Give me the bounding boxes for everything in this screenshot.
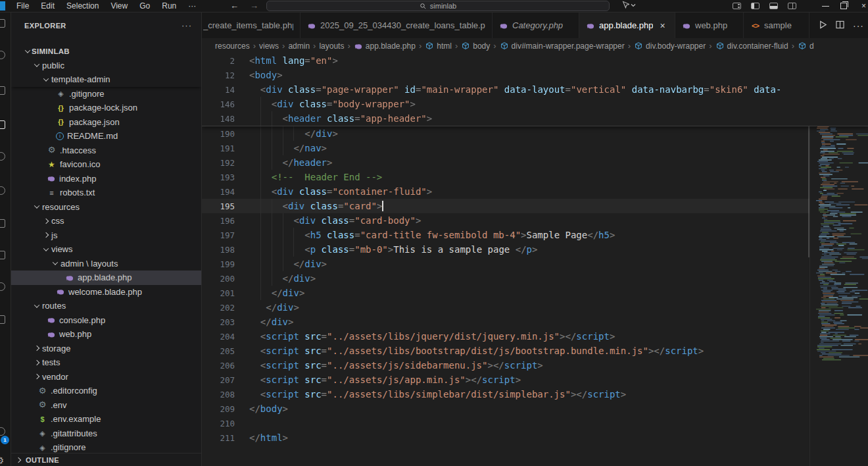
tree-item-web.php[interactable]: web.php xyxy=(11,327,201,342)
activity-bar-icon-9[interactable] xyxy=(0,282,5,291)
line-number[interactable]: 209 xyxy=(202,402,235,417)
code-line-211[interactable]: 211</html> xyxy=(202,430,868,445)
line-number[interactable]: 198 xyxy=(202,243,235,257)
line-number[interactable]: 146 xyxy=(202,97,235,112)
line-number[interactable]: 205 xyxy=(202,344,235,359)
accounts-icon[interactable] xyxy=(0,427,5,436)
outline-section[interactable]: OUTLINE xyxy=(11,453,201,466)
line-number[interactable]: 206 xyxy=(202,359,235,373)
menu-item-view[interactable]: View xyxy=(105,0,133,12)
tab-web.php[interactable]: web.php xyxy=(675,13,744,38)
code-line-206[interactable]: 206 <script src="../assets/js/sidebarmen… xyxy=(202,358,868,373)
toggle-panel-icon[interactable] xyxy=(769,3,778,9)
line-number[interactable]: 195 xyxy=(202,199,235,214)
breadcrumb-item-app-blade-php[interactable]: app.blade.php xyxy=(354,41,416,51)
tree-item-favicon.ico[interactable]: ★favicon.ico xyxy=(11,157,201,172)
line-number[interactable]: 192 xyxy=(202,156,235,170)
menu-item-edit[interactable]: Edit xyxy=(35,0,60,12)
line-number[interactable]: 148 xyxy=(202,112,235,126)
menu-item-selection[interactable]: Selection xyxy=(60,0,105,12)
window-minimize-icon[interactable] xyxy=(822,6,829,7)
activity-bar-icon-1[interactable] xyxy=(0,19,5,28)
breadcrumb-item-views[interactable]: views xyxy=(259,41,279,51)
line-number[interactable]: 201 xyxy=(202,286,235,301)
code-line-198[interactable]: 198 <p class="mb-0">This is a sample pag… xyxy=(202,242,868,257)
tree-item-readme.md[interactable]: iREADME.md xyxy=(11,129,201,143)
files-icon[interactable] xyxy=(0,120,5,129)
sticky-line-146[interactable]: 146 <div class="body-wrapper"> xyxy=(202,97,868,111)
activity-bar-icon-8[interactable] xyxy=(0,251,5,259)
line-number[interactable]: 211 xyxy=(202,431,235,446)
line-number[interactable]: 200 xyxy=(202,272,235,286)
code-line-203[interactable]: 203 </div> xyxy=(202,315,868,329)
tab-app.blade.php[interactable]: app.blade.php× xyxy=(579,13,675,38)
scrollbar-thumb[interactable] xyxy=(808,126,809,257)
command-center-search[interactable]: siminlab xyxy=(266,1,610,11)
line-number[interactable]: 208 xyxy=(202,388,235,402)
close-icon[interactable]: × xyxy=(660,21,665,30)
tab-sample[interactable]: <>sample xyxy=(744,13,809,38)
code-line-199[interactable]: 199 </div> xyxy=(202,257,868,271)
breadcrumb-item-layouts[interactable]: layouts xyxy=(319,41,344,51)
customize-layout-icon[interactable] xyxy=(733,3,741,9)
tree-item-storage[interactable]: storage xyxy=(11,342,201,356)
line-number[interactable]: 194 xyxy=(202,185,235,199)
line-number[interactable]: 191 xyxy=(202,142,235,156)
code-lines[interactable]: 190 </div>191 </nav>192 </header>193 <!-… xyxy=(202,126,868,445)
tree-item-app.blade.php[interactable]: app.blade.php xyxy=(11,271,201,285)
tree-item-public[interactable]: public xyxy=(11,59,201,73)
sticky-scroll[interactable]: 2<html lang="en">12<body>14 <div class="… xyxy=(202,53,868,126)
run-icon[interactable] xyxy=(819,20,827,32)
toggle-secondary-sidebar-icon[interactable] xyxy=(788,3,796,9)
sticky-line-12[interactable]: 12<body> xyxy=(202,68,868,82)
code-line-204[interactable]: 204 <script src="../assets/libs/jquery/d… xyxy=(202,329,868,344)
pointer-mode-icon[interactable] xyxy=(621,1,636,9)
breadcrumb-item-div-main-wrapper-page-wrapper[interactable]: div#main-wrapper.page-wrapper xyxy=(500,41,625,51)
sticky-line-2[interactable]: 2<html lang="en"> xyxy=(202,53,868,68)
line-number[interactable]: 12 xyxy=(202,68,235,83)
line-number[interactable]: 207 xyxy=(202,373,235,388)
line-number[interactable]: 196 xyxy=(202,214,235,228)
menu-item-run[interactable]: Run xyxy=(156,0,182,12)
tree-item-welcome.blade.php[interactable]: welcome.blade.php xyxy=(11,285,201,299)
breadcrumb-item-admin[interactable]: admin xyxy=(288,41,310,51)
window-restore-icon[interactable] xyxy=(840,3,847,9)
code-line-207[interactable]: 207 <script src="../assets/js/app.min.js… xyxy=(202,373,868,387)
tree-item-.gitattributes[interactable]: ◈.gitattributes xyxy=(11,427,201,441)
tree-item-index.php[interactable]: index.php xyxy=(11,172,201,186)
line-number[interactable]: 199 xyxy=(202,257,235,272)
tree-item-vendor[interactable]: vendor xyxy=(11,370,201,384)
menu-item-[interactable]: ··· xyxy=(182,0,202,12)
tree-item-robots.txt[interactable]: ≡robots.txt xyxy=(11,186,201,200)
code-line-193[interactable]: 193 <!-- Header End --> xyxy=(202,170,868,184)
sticky-line-148[interactable]: 148 <header class="app-header"> xyxy=(202,111,868,126)
code-line-209[interactable]: 209</body> xyxy=(202,401,868,416)
tree-item-package-lock.json[interactable]: {}package-lock.json xyxy=(11,101,201,115)
settings-gear-icon[interactable]: ⚙ xyxy=(0,455,4,466)
tree-item-admin-layouts[interactable]: admin \ layouts xyxy=(11,257,201,271)
more-actions-icon[interactable] xyxy=(853,20,864,32)
breadcrumb-item-resources[interactable]: resources xyxy=(215,41,250,51)
line-number[interactable]: 193 xyxy=(202,170,235,185)
line-number[interactable]: 210 xyxy=(202,417,235,431)
activity-bar-icon-3[interactable] xyxy=(0,86,5,95)
line-number[interactable]: 14 xyxy=(202,83,235,97)
explorer-more-icon[interactable]: ··· xyxy=(181,20,192,30)
breadcrumb-item-body[interactable]: body xyxy=(461,41,490,51)
code-line-210[interactable]: 210 xyxy=(202,416,868,430)
line-number[interactable]: 204 xyxy=(202,330,235,344)
tab-2025-09-25-034430-create-loans-table.php[interactable]: 2025_09_25_034430_create_loans_table.php xyxy=(301,13,493,38)
breadcrumb-item-html[interactable]: html xyxy=(425,41,452,51)
history-back-icon[interactable] xyxy=(230,0,239,12)
code-line-192[interactable]: 192 </header> xyxy=(202,155,868,170)
activity-bar-icon-2[interactable] xyxy=(0,51,5,59)
code-line-191[interactable]: 191 </nav> xyxy=(202,141,868,155)
code-line-190[interactable]: 190 </div> xyxy=(202,126,868,141)
tree-item-.env[interactable]: ⚙.env xyxy=(11,398,201,413)
toggle-primary-sidebar-icon[interactable] xyxy=(751,3,760,9)
code-line-200[interactable]: 200 </div> xyxy=(202,271,868,286)
tree-item-package.json[interactable]: {}package.json xyxy=(11,115,201,130)
code-line-195[interactable]: 195 <div class="card"> xyxy=(202,199,868,213)
menu-item-go[interactable]: Go xyxy=(133,0,156,12)
window-close-icon[interactable] xyxy=(861,1,868,11)
